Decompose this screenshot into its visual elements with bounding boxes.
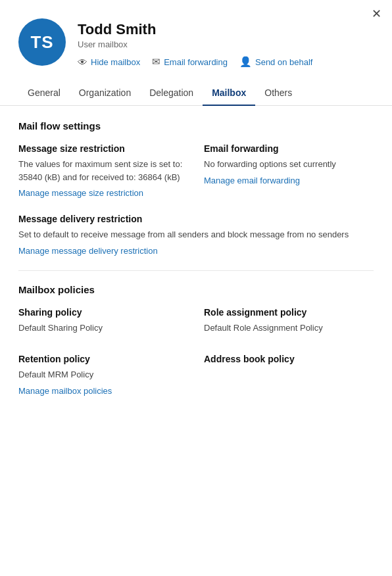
mailflow-section-title: Mail flow settings [18, 120, 374, 132]
manage-mailbox-policies-link[interactable]: Manage mailbox policies [18, 386, 112, 396]
email-forwarding-action[interactable]: ✉ Email forwarding [152, 56, 228, 68]
manage-message-size-link[interactable]: Manage message size restriction [18, 188, 143, 198]
tab-delegation[interactable]: Delegation [140, 81, 203, 106]
main-panel: ✕ TS Todd Smith User mailbox 👁 Hide mail… [0, 0, 392, 576]
policies-section: Mailbox policies Sharing policy Default … [18, 284, 374, 412]
send-on-behalf-icon: 👤 [239, 56, 252, 68]
policies-section-title: Mailbox policies [18, 284, 374, 295]
hide-mailbox-label: Hide mailbox [91, 57, 140, 67]
sharing-policy-title: Sharing policy [18, 307, 188, 318]
email-forwarding-icon: ✉ [152, 56, 160, 68]
message-size-block: Message size restriction The values for … [18, 143, 188, 198]
role-assignment-block: Role assignment policy Default Role Assi… [204, 307, 374, 339]
message-size-description: The values for maximum sent size is set … [18, 158, 188, 183]
role-assignment-title: Role assignment policy [204, 307, 374, 318]
sharing-policy-block: Sharing policy Default Sharing Policy [18, 307, 188, 339]
header-info: Todd Smith User mailbox 👁 Hide mailbox ✉… [78, 18, 374, 68]
message-delivery-description: Set to default to receive message from a… [18, 228, 374, 241]
email-forwarding-label: Email forwarding [164, 57, 228, 67]
tab-others[interactable]: Others [255, 81, 301, 106]
manage-email-forwarding-link[interactable]: Manage email forwarding [204, 176, 300, 185]
message-size-title: Message size restriction [18, 143, 188, 154]
header: TS Todd Smith User mailbox 👁 Hide mailbo… [0, 0, 392, 68]
retention-policy-value: Default MRM Policy [18, 368, 188, 381]
message-delivery-title: Message delivery restriction [18, 214, 374, 224]
tab-mailbox[interactable]: Mailbox [203, 81, 255, 106]
tabs: General Organization Delegation Mailbox … [0, 81, 392, 106]
policies-grid: Sharing policy Default Sharing Policy Ro… [18, 307, 374, 412]
tab-general[interactable]: General [18, 81, 70, 106]
retention-policy-title: Retention policy [18, 354, 188, 364]
send-on-behalf-action[interactable]: 👤 Send on behalf [239, 56, 312, 68]
send-on-behalf-label: Send on behalf [255, 57, 312, 67]
message-delivery-block: Message delivery restriction Set to defa… [18, 214, 374, 256]
avatar: TS [18, 18, 66, 66]
role-assignment-value: Default Role Assignment Policy [204, 322, 374, 335]
user-type: User mailbox [78, 39, 374, 49]
hide-mailbox-action[interactable]: 👁 Hide mailbox [78, 56, 140, 68]
header-actions: 👁 Hide mailbox ✉ Email forwarding 👤 Send… [78, 56, 374, 68]
mailflow-grid: Message size restriction The values for … [18, 143, 374, 214]
retention-policy-block: Retention policy Default MRM Policy Mana… [18, 354, 188, 396]
close-button[interactable]: ✕ [372, 8, 381, 20]
hide-mailbox-icon: 👁 [78, 57, 87, 68]
email-forwarding-block: Email forwarding No forwarding options s… [204, 143, 374, 198]
avatar-initials: TS [30, 32, 53, 53]
user-name: Todd Smith [78, 21, 374, 38]
email-forwarding-description: No forwarding options set currently [204, 158, 374, 171]
tab-organization[interactable]: Organization [70, 81, 140, 106]
sharing-policy-value: Default Sharing Policy [18, 322, 188, 335]
address-book-title: Address book policy [204, 354, 374, 364]
manage-message-delivery-link[interactable]: Manage message delivery restriction [18, 246, 158, 256]
divider [18, 270, 374, 271]
address-book-block: Address book policy [204, 354, 374, 396]
email-forwarding-title: Email forwarding [204, 143, 374, 154]
content: Mail flow settings Message size restrict… [0, 106, 392, 430]
